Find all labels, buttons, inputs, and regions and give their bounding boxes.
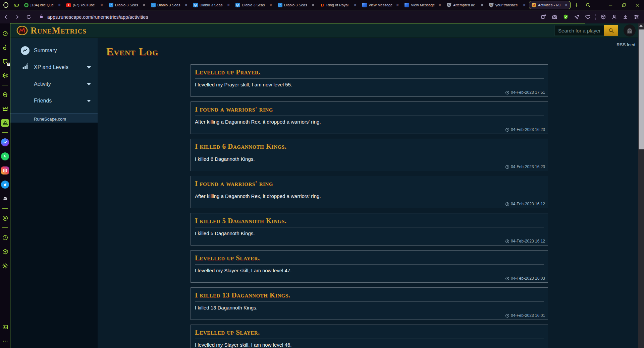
minimize-button[interactable] bbox=[604, 0, 617, 10]
settings-gear-icon[interactable] bbox=[1, 262, 9, 270]
runemetrics-header: RuneMetrics bbox=[10, 23, 638, 38]
more-dots-icon[interactable] bbox=[1, 337, 9, 345]
clock-icon bbox=[505, 314, 509, 318]
tab-close-icon[interactable]: ✕ bbox=[100, 3, 104, 7]
discord-icon[interactable] bbox=[1, 195, 9, 203]
tab-close-icon[interactable]: ✕ bbox=[480, 3, 484, 7]
browser-tab[interactable]: Diablo 3 Seas✕ bbox=[149, 1, 190, 9]
scroll-up-arrow[interactable] bbox=[639, 24, 643, 27]
reload-button[interactable] bbox=[23, 14, 34, 20]
player-avatar[interactable] bbox=[624, 24, 636, 37]
chevron-down-icon[interactable] bbox=[87, 100, 91, 102]
tab-close-icon[interactable]: ✕ bbox=[142, 3, 146, 7]
crown-icon[interactable] bbox=[1, 105, 9, 113]
browser-tab[interactable]: (67) YouTube✕ bbox=[64, 1, 106, 9]
highlight-edit-icon[interactable] bbox=[539, 14, 548, 20]
browser-tab[interactable]: 5your transacti✕ bbox=[487, 1, 528, 9]
browser-tab[interactable]: Diablo 3 Seas✕ bbox=[275, 1, 317, 9]
event-divider bbox=[195, 339, 544, 339]
sidebar-item-friends[interactable]: Friends bbox=[10, 92, 98, 109]
event-timestamp: 04-Feb-2023 16:01 bbox=[505, 313, 545, 318]
diablo-favicon bbox=[108, 3, 113, 8]
downloads-arrow-icon[interactable] bbox=[621, 14, 630, 20]
tune-sliders-icon[interactable] bbox=[632, 14, 641, 20]
player-search-input[interactable] bbox=[554, 25, 604, 36]
cleaner-broom-icon[interactable] bbox=[1, 43, 9, 51]
opera-menu-button[interactable] bbox=[0, 2, 11, 8]
chevron-down-icon[interactable] bbox=[87, 66, 91, 69]
sidebar-item-xp-and-levels[interactable]: XP and Levels bbox=[10, 59, 98, 76]
youtube-favicon bbox=[66, 3, 71, 8]
profile-person-icon[interactable] bbox=[610, 14, 619, 20]
flow-send-icon[interactable] bbox=[572, 14, 581, 20]
event-title: Levelled up Slayer. bbox=[195, 254, 544, 262]
back-button[interactable] bbox=[0, 14, 11, 20]
event-timestamp: 04-Feb-2023 17:51 bbox=[505, 90, 545, 95]
close-window-button[interactable] bbox=[631, 0, 644, 10]
chevron-down-icon[interactable] bbox=[87, 83, 91, 85]
instagram-icon[interactable] bbox=[1, 166, 9, 175]
browser-tab[interactable]: [184] Idle Que✕ bbox=[22, 1, 63, 9]
player-play-icon[interactable] bbox=[1, 214, 9, 222]
browser-tab[interactable]: Diablo 3 Seas✕ bbox=[191, 1, 232, 9]
url-text[interactable]: apps.runescape.com/runemetrics/app/activ… bbox=[47, 14, 148, 20]
tab-close-icon[interactable]: ✕ bbox=[226, 3, 230, 7]
tab-close-icon[interactable]: ✕ bbox=[269, 3, 273, 7]
messenger-icon[interactable] bbox=[1, 138, 9, 146]
diablo-favicon bbox=[277, 3, 282, 8]
sidebar-item-activity[interactable]: Activity bbox=[10, 76, 98, 92]
rss-feed-link[interactable]: RSS feed bbox=[616, 42, 635, 47]
favorites-heart-icon[interactable] bbox=[583, 14, 592, 20]
browser-tab-active[interactable]: MActivities - Ru✕ bbox=[529, 1, 571, 9]
tab-close-icon[interactable]: ✕ bbox=[438, 3, 442, 7]
tab-close-icon[interactable]: ✕ bbox=[311, 3, 315, 7]
page-scrollbar[interactable] bbox=[638, 23, 644, 348]
event-divider bbox=[195, 264, 544, 265]
event-timestamp: 04-Feb-2023 16:12 bbox=[505, 239, 545, 243]
sidebar-item-summary[interactable]: Summary bbox=[10, 42, 98, 59]
clock-icon bbox=[505, 239, 509, 243]
browser-tab[interactable]: View Message✕ bbox=[360, 1, 401, 9]
event-card: I killed 13 Dagannoth Kings.I killed 13 … bbox=[191, 287, 548, 320]
browser-tab[interactable]: Diablo 3 Seas✕ bbox=[233, 1, 275, 9]
whatsapp-icon[interactable] bbox=[1, 152, 9, 160]
scrollbar-thumb[interactable] bbox=[639, 29, 644, 149]
gx-sidebar: 2 bbox=[0, 23, 10, 348]
tab-label: Ring of Royal bbox=[326, 3, 352, 7]
adblock-shield-icon[interactable] bbox=[561, 14, 570, 20]
lock-icon[interactable] bbox=[39, 14, 44, 20]
maximize-button[interactable] bbox=[617, 0, 631, 10]
tab-close-icon[interactable]: ✕ bbox=[395, 3, 399, 7]
runemetrics-logo-icon bbox=[16, 26, 28, 35]
event-description: I levelled my Slayer skill, I am now lev… bbox=[195, 342, 544, 348]
twitter-icon[interactable] bbox=[1, 181, 9, 189]
timestamp-text: 04-Feb-2023 16:23 bbox=[511, 164, 545, 169]
new-tab-button[interactable] bbox=[571, 2, 582, 8]
hot-tabs-cpu-icon[interactable] bbox=[1, 71, 9, 79]
diablo-favicon bbox=[193, 3, 198, 8]
gx-corner-button[interactable] bbox=[11, 2, 21, 8]
tab-close-icon[interactable]: ✕ bbox=[353, 3, 357, 7]
browser-tab[interactable]: Diablo 3 Seas✕ bbox=[106, 1, 148, 9]
force-quit-skull-icon[interactable] bbox=[1, 91, 9, 99]
history-clock-icon[interactable] bbox=[1, 233, 9, 241]
tab-close-icon[interactable]: ✕ bbox=[522, 3, 526, 7]
tab-close-icon[interactable]: ✕ bbox=[57, 3, 61, 7]
extensions-cube-icon[interactable] bbox=[1, 248, 9, 256]
browser-tab[interactable]: View Message✕ bbox=[402, 1, 444, 9]
gx-corner-speedometer-icon[interactable] bbox=[1, 29, 9, 37]
forward-button[interactable] bbox=[11, 14, 23, 20]
browser-tab[interactable]: 5Attempted ac✕ bbox=[444, 1, 486, 9]
event-description: I killed 6 Dagannoth Kings. bbox=[195, 156, 544, 162]
aria-mascot-icon[interactable] bbox=[1, 119, 9, 127]
browser-tab[interactable]: DRing of Royal✕ bbox=[318, 1, 359, 9]
url-field[interactable]: apps.runescape.com/runemetrics/app/activ… bbox=[39, 14, 539, 20]
snapshot-camera-icon[interactable] bbox=[550, 14, 559, 20]
twitch-icon[interactable]: 2 bbox=[1, 57, 9, 65]
tab-close-icon[interactable]: ✕ bbox=[184, 3, 188, 7]
wallet-cube-icon[interactable] bbox=[599, 14, 607, 20]
tab-close-icon[interactable]: ✕ bbox=[564, 3, 568, 7]
tab-search-button[interactable] bbox=[582, 2, 594, 8]
search-button[interactable] bbox=[604, 25, 618, 36]
snapshot-image-icon[interactable] bbox=[1, 323, 9, 331]
